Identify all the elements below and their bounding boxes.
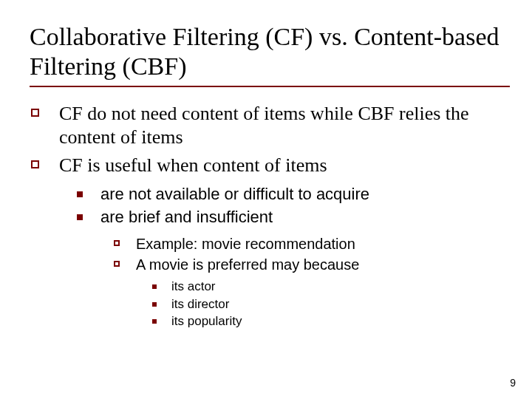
list-item: are brief and insufficient Example: movi…	[77, 207, 510, 330]
slide-title: Collaborative Filtering (CF) vs. Content…	[30, 22, 510, 81]
title-underline	[30, 86, 510, 87]
page-number: 9	[510, 377, 516, 389]
list-item: CF do not need content of items while CB…	[30, 102, 510, 149]
bullet-list-level3: Example: movie recommendation A movie is…	[114, 234, 510, 331]
list-item: its actor	[152, 279, 510, 296]
bullet-list-level1: CF do not need content of items while CB…	[30, 102, 510, 330]
bullet-list-level4: its actor its director its popularity	[152, 279, 510, 331]
list-item: CF is useful when content of items are n…	[30, 154, 510, 331]
list-item: Example: movie recommendation	[114, 234, 510, 253]
list-item: A movie is preferred may because its act…	[114, 255, 510, 331]
list-item: its director	[152, 296, 510, 313]
list-item: are not available or difficult to acquir…	[77, 184, 510, 205]
list-item-label: are brief and insufficient	[100, 208, 273, 226]
list-item-label: A movie is preferred may because	[136, 256, 359, 273]
bullet-list-level2: are not available or difficult to acquir…	[77, 184, 510, 330]
slide: Collaborative Filtering (CF) vs. Content…	[0, 0, 532, 399]
list-item: its popularity	[152, 313, 510, 330]
list-item-label: CF is useful when content of items	[59, 154, 327, 176]
